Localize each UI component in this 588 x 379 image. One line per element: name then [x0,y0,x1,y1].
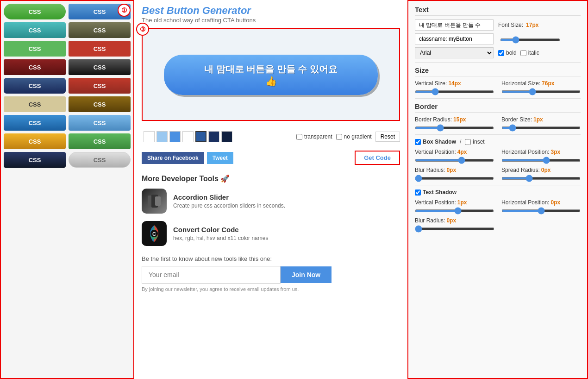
italic-checkbox[interactable] [520,50,526,56]
border-radius-group: Border Radius: 15px [415,116,494,131]
color-desc: hex, rgb, hsl, hsv and x11 color names [173,235,268,241]
color-name: Convert Color Code [173,226,268,234]
italic-checkbox-label[interactable]: italic [520,50,539,56]
bs-hpos-slider[interactable] [501,159,581,162]
ts-blur-group: Blur Radius: 0px [415,217,494,232]
badge-3: ③ [136,23,149,36]
newsletter-label: Be the first to know about new tools lik… [142,255,400,262]
svg-rect-2 [155,196,161,206]
tweet-button[interactable]: Tweet [207,152,233,164]
btn-sample-11[interactable]: CSS [4,96,66,112]
vertical-size-slider[interactable] [415,90,494,93]
horizontal-size-group: Horizontal Size: 76px [501,80,581,95]
btn-sample-17[interactable]: CSS [4,152,66,168]
classname-input[interactable] [415,33,494,44]
toolbar-row: Share on Facebook Tweet Get Code [142,151,400,165]
btn-sample-4[interactable]: CSS [69,22,131,38]
badge-1: ① [118,4,131,17]
transparent-checkbox[interactable] [296,134,302,140]
swatch-darkest[interactable] [221,131,232,142]
email-input[interactable] [142,266,281,284]
bs-blur-slider[interactable] [415,177,494,180]
preview-box: ③ 내 맘대로 버튼을 만들 수 있어요 👍 [142,28,400,121]
border-section-title: Border [415,102,581,113]
reset-button[interactable]: Reset [375,132,400,142]
accordion-desc: Create pure css accordion sliders in sec… [173,202,285,209]
inset-checkbox[interactable] [465,139,471,145]
bs-vpos-slider[interactable] [415,159,494,162]
btn-sample-14[interactable]: CSS [69,115,131,131]
border-size-group: Border Size: 1px [501,116,581,131]
swatch-blue[interactable] [169,131,181,142]
border-size-slider[interactable] [501,126,581,129]
btn-sample-9[interactable]: CSS [4,78,66,94]
no-gradient-checkbox[interactable] [336,134,342,140]
bold-checkbox[interactable] [498,50,504,56]
font-select[interactable]: Arial Verdana Georgia Times New Roman Co… [415,47,494,58]
newsletter-note: By joining our newsletter, you agree to … [142,286,400,292]
swatch-light-blue[interactable] [156,131,168,142]
btn-sample-7[interactable]: CSS [4,59,66,75]
text-shadow-sliders: Vertical Position: 1px Horizontal Positi… [415,199,581,214]
btn-sample-1[interactable]: CSS [4,4,66,19]
app-subtitle: The old school way of crafting CTA butto… [142,17,400,24]
box-shadow-checkbox-label[interactable]: Box Shadow [415,139,456,145]
preview-button[interactable]: 내 맘대로 버튼을 만들 수 있어요 👍 [164,55,378,95]
btn-sample-10[interactable]: CSS [69,78,131,94]
color-info: Convert Color Code hex, rgb, hsl, hsv an… [173,226,268,241]
swatch-dark-blue[interactable] [195,131,206,142]
btn-sample-15[interactable]: CSS [4,133,66,149]
bs-vpos-group: Vertical Position: 4px [415,149,494,163]
center-panel: Best Button Generator The old school way… [134,0,407,379]
left-panel: ① CSS CSS CSS CSS CSS CSS CSS CSS CSS CS… [0,0,134,379]
text-section-title: Text [415,6,581,16]
btn-sample-3[interactable]: CSS [4,22,66,38]
ts-vpos-slider[interactable] [415,209,494,212]
ts-hpos-slider[interactable] [501,209,581,212]
no-gradient-checkbox-label[interactable]: no gradient [336,133,372,140]
bs-spread-slider[interactable] [501,177,581,180]
text-shadow-checkbox-label[interactable]: Text Shadow [415,189,581,196]
button-text-input[interactable] [415,19,494,31]
tool-color[interactable]: C Convert Color Code hex, rgb, hsl, hsv … [142,221,400,246]
color-swatches [142,127,234,146]
font-size-slider[interactable] [500,38,560,41]
box-shadow-checkbox[interactable] [415,139,421,145]
btn-sample-16[interactable]: CSS [69,133,131,149]
color-icon: C [142,221,167,246]
horizontal-size-slider[interactable] [501,90,581,93]
bs-spread-group: Spread Radius: 0px [501,167,581,181]
tool-accordion[interactable]: Accordion Slider Create pure css accordi… [142,189,400,214]
bold-checkbox-label[interactable]: bold [498,50,517,56]
font-size-value: 17px [526,22,538,28]
swatch-white[interactable] [144,131,155,142]
share-row: Share on Facebook Tweet [142,152,233,164]
btn-sample-6[interactable]: CSS [69,41,131,57]
text-shadow-checkbox[interactable] [415,190,421,196]
bs-hpos-group: Horizontal Position: 3px [501,149,581,163]
transparent-checkbox-label[interactable]: transparent [296,133,332,140]
swatch-navy[interactable] [208,131,219,142]
bs-blur-group: Blur Radius: 0px [415,167,494,181]
vertical-size-group: Vertical Size: 14px [415,80,494,95]
swatch-white2[interactable] [182,131,194,142]
btn-sample-8[interactable]: CSS [69,59,131,75]
btn-sample-5[interactable]: CSS [4,41,66,57]
ts-blur-slider[interactable] [415,227,494,230]
join-button[interactable]: Join Now [281,266,332,283]
right-panel: Text Font Size: 17px Arial Verdana Georg… [407,0,588,379]
accordion-icon [142,189,167,214]
accordion-info: Accordion Slider Create pure css accordi… [173,193,285,209]
get-code-button[interactable]: Get Code [355,151,400,165]
btn-sample-13[interactable]: CSS [4,115,66,131]
app-title: Best Button Generator [142,5,400,17]
btn-sample-12[interactable]: CSS [69,96,131,112]
accordion-name: Accordion Slider [173,193,285,201]
inset-checkbox-label[interactable]: inset [465,139,484,145]
share-facebook-button[interactable]: Share on Facebook [142,152,204,164]
size-sliders: Vertical Size: 14px Horizontal Size: 76p… [415,80,581,95]
svg-text:C: C [152,231,156,237]
ts-vpos-group: Vertical Position: 1px [415,199,494,214]
btn-sample-18[interactable]: CSS [69,152,131,168]
border-radius-slider[interactable] [415,126,494,129]
